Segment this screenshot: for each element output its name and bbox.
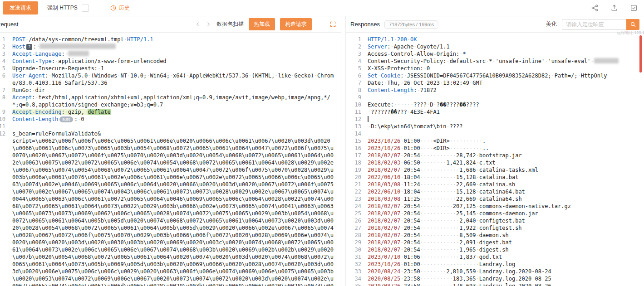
response-code-line[interactable]: 302018/02/07·20:54············1,965·dige… xyxy=(346,246,644,253)
response-code-line[interactable]: 1HTTP/1.1·200·OK xyxy=(346,36,644,43)
code-text: 4E3E-4FA1 xyxy=(410,109,440,115)
response-code-line[interactable]: 2Server:·Apache-Coyote/1.1 xyxy=(346,43,644,50)
response-code-line[interactable]: 272018/02/07·20:54············1,922·conf… xyxy=(346,224,644,232)
response-code-line[interactable]: 13·D:\ekp\win64\tomcat\bin·???? xyxy=(346,123,644,130)
response-code-line[interactable]: 5X-XSS-Protection:·0 xyxy=(346,65,644,72)
fuzz-tag: ? xyxy=(26,44,32,50)
request-code-line[interactable]: 3Accept-Language:· xyxy=(0,50,341,58)
request-panel: Request 数据包扫描 热加载 构造请求 1POST·/data/sys-c… xyxy=(0,16,341,286)
code-text: catalina.sh xyxy=(479,181,515,188)
response-code-line[interactable]: 252018/02/07·20:54···········25,145·comm… xyxy=(346,210,644,217)
code-text: configtest.bat xyxy=(479,218,525,224)
response-code-line[interactable]: 342020/08/25·23:58··········183,365·Land… xyxy=(346,275,644,282)
whitespace-dots: · xyxy=(551,73,555,79)
code-text: like xyxy=(278,73,291,79)
response-code-line[interactable]: 11·??????��???·4E3E-4FA1 xyxy=(346,108,644,116)
code-text: 2020/08/25 xyxy=(368,276,400,282)
code-text: Thu, xyxy=(387,80,400,86)
response-code-line[interactable]: 7Date:·Thu,·26·Oct·2023·13:02:49·GMT xyxy=(346,79,644,87)
request-code-line[interactable]: 11 xyxy=(0,123,341,130)
code-text: Accept-Language xyxy=(12,51,61,57)
whitespace-dots: · xyxy=(476,283,479,286)
response-code-line[interactable]: 152023/10/26·01:00····<DIR>··········. xyxy=(346,137,644,145)
request-code-line[interactable]: 5Upgrade-Insecure-Requests:·1 xyxy=(0,65,341,72)
request-editor[interactable]: 1POST·/data/sys-common/treexml.tmpl·HTTP… xyxy=(0,33,341,286)
response-code-line[interactable]: 352020/08/26·23:58··········178,693·Land… xyxy=(346,282,644,286)
response-code-line[interactable]: 212018/03/08·11:24···········22,669·cata… xyxy=(346,181,644,188)
share-icon[interactable] xyxy=(591,4,599,12)
request-code-line[interactable]: 8Accept:·text/html,application/xhtml+xml… xyxy=(0,94,341,108)
request-code-line[interactable]: 10Content-Lengthauto:·0 xyxy=(0,116,341,123)
request-code-line[interactable]: 9Accept-Encoding:·gzip,·deflate xyxy=(0,108,341,116)
code-text: 71872 xyxy=(420,87,437,93)
response-code-line[interactable]: 312023/07/10·01:06············1,837·god.… xyxy=(346,253,644,261)
response-code-line[interactable]: 202022/06/10·18:04···········15,128·cata… xyxy=(346,174,644,181)
build-request-button[interactable]: 构造请求 xyxy=(280,18,312,30)
response-code-line[interactable]: 182018/02/03·06:50········1,421,824·c.tx… xyxy=(346,159,644,166)
code-text: daemon.sh xyxy=(479,232,509,238)
response-code-line[interactable]: 232018/03/08·11:25···········22,669·cata… xyxy=(346,195,644,203)
response-code-line[interactable]: 6Set-Cookie:·JSESSIONID=DF04567C47756A10… xyxy=(346,72,644,79)
whitespace-dots: · xyxy=(459,51,462,57)
top-toolbar: 发送请求 强制 HTTPS 历史 xyxy=(0,0,644,16)
whitespace-dots: · xyxy=(248,73,251,79)
whitespace-dots: · xyxy=(577,73,580,79)
whitespace-dots: · xyxy=(476,225,479,231)
code-text: 1,837 xyxy=(459,254,476,260)
chevron-right-icon[interactable] xyxy=(206,21,211,27)
response-header-actions: 美化 xyxy=(546,19,639,30)
whitespace-dots: ·········· xyxy=(420,283,453,286)
force-https-checkbox[interactable] xyxy=(82,5,89,12)
packet-scan-button[interactable]: 数据包扫描 xyxy=(216,20,244,28)
whitespace-dots: · xyxy=(400,80,403,86)
response-code-line[interactable]: 10Execute:······????·D·?��????��???? xyxy=(346,101,644,108)
response-search-button[interactable] xyxy=(626,19,639,30)
response-code-line[interactable]: 8Content-Length:·71872 xyxy=(346,87,644,94)
response-code-line[interactable]: 282018/02/07·20:54············8,509·daem… xyxy=(346,232,644,239)
code-text: 01:06 xyxy=(403,254,420,260)
response-code-line[interactable]: 172018/02/07·20:54···········28,742·boot… xyxy=(346,152,644,159)
response-code-line[interactable]: 242018/02/07·20:54··········207,125·comm… xyxy=(346,203,644,210)
code-text: 207,125 xyxy=(453,203,476,209)
fullscreen-icon[interactable] xyxy=(329,21,336,28)
code-text: 11:24 xyxy=(403,181,420,188)
request-code-line[interactable]: 12s_bean=ruleFormulaValidate& script=\u0… xyxy=(0,130,341,286)
response-code-line[interactable]: 192018/02/07·20:54············1,686·cata… xyxy=(346,166,644,174)
response-code-line[interactable]: 332020/08/24·23:50········2,810,559·Land… xyxy=(346,268,644,275)
history-button[interactable]: 历史 xyxy=(110,4,130,12)
response-code-line[interactable]: 222022/06/10·18:04···········15,128·cata… xyxy=(346,188,644,195)
line-number: 3 xyxy=(346,50,361,58)
code-text: Set-Cookie xyxy=(368,73,400,79)
code-text: 2023/10/26 xyxy=(368,261,400,267)
response-code-line[interactable]: 9 xyxy=(346,94,644,101)
send-request-button[interactable]: 发送请求 xyxy=(3,1,38,15)
export-icon[interactable] xyxy=(610,4,618,12)
chevron-left-icon[interactable] xyxy=(195,21,201,27)
response-code-line[interactable]: 162023/10/26·01:00····<DIR>··········.. xyxy=(346,145,644,152)
request-code-line[interactable]: 6User-Agent:·Mozilla/5.0·(Windows·NT·10.… xyxy=(0,72,341,87)
edit-check-icon[interactable] xyxy=(630,4,638,12)
code-text: 22,669 xyxy=(456,181,476,188)
response-code-line[interactable]: 292018/02/07·20:54············2,091·dige… xyxy=(346,239,644,246)
hot-reload-button[interactable]: 热加载 xyxy=(249,18,275,30)
panel-divider[interactable] xyxy=(341,16,345,286)
line-number: 19 xyxy=(346,166,361,174)
webfuzzer-window: 发送请求 强制 HTTPS 历史 Request 数据包扫描 热加载 xyxy=(0,0,644,286)
code-text: ???? xyxy=(413,102,427,108)
response-code-line[interactable]: 14 xyxy=(346,130,644,137)
response-code-line[interactable]: 4Content-Security-Policy:·default-src·*·… xyxy=(346,58,644,65)
response-search-input[interactable] xyxy=(562,19,626,30)
request-code-line[interactable]: 1POST·/data/sys-common/treexml.tmpl·HTTP… xyxy=(0,36,341,43)
code-text: 22,669 xyxy=(456,196,476,202)
response-editor[interactable]: 1HTTP/1.1·200·OK2Server:·Apache-Coyote/1… xyxy=(346,33,644,286)
code-text: ??????��??? xyxy=(371,109,407,115)
request-code-line[interactable]: 2Host?:· xyxy=(0,43,341,50)
beautify-button[interactable]: 美化 xyxy=(546,20,557,28)
request-code-line[interactable]: 7RunGo:·dir xyxy=(0,87,341,94)
response-code-line[interactable]: 322023/10/26·01:00··················Land… xyxy=(346,261,644,268)
request-code-line[interactable]: 4Content-Type:·application/x-www-form-ur… xyxy=(0,58,341,65)
response-code-line[interactable]: 12 xyxy=(346,116,644,123)
response-code-line[interactable]: 262018/02/07·20:54············2,040·conf… xyxy=(346,217,644,224)
response-code-line[interactable]: 3Access-Control-Allow-Origin:·* xyxy=(346,50,644,58)
code-text: Landray.log.2020-08-25 xyxy=(479,276,551,282)
